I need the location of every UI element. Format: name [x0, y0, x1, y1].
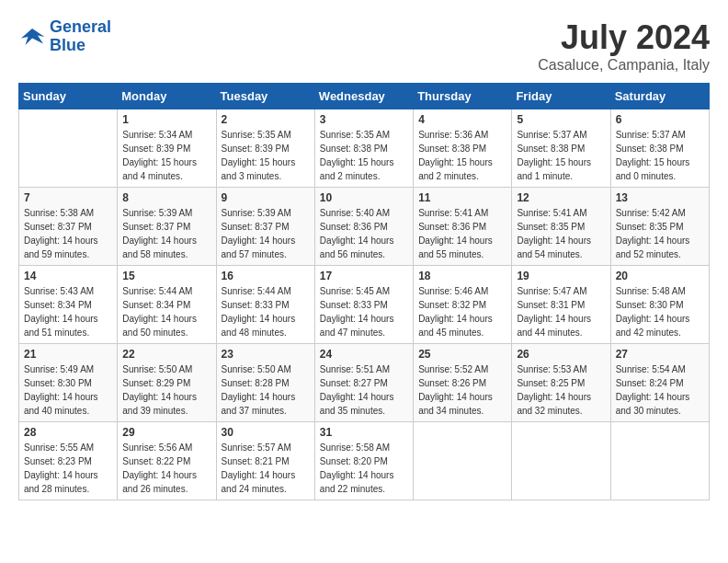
calendar-cell: 9Sunrise: 5:39 AMSunset: 8:37 PMDaylight…: [216, 188, 314, 266]
month-year-title: July 2024: [538, 18, 710, 57]
calendar-cell: 18Sunrise: 5:46 AMSunset: 8:32 PMDayligh…: [414, 266, 512, 344]
calendar-cell: 3Sunrise: 5:35 AMSunset: 8:38 PMDaylight…: [314, 109, 413, 188]
day-number: 11: [418, 191, 506, 204]
day-number: 20: [616, 270, 704, 282]
location-label: Casaluce, Campania, Italy: [538, 57, 710, 74]
day-info: Sunrise: 5:45 AMSunset: 8:33 PMDaylight:…: [320, 284, 408, 339]
day-info: Sunrise: 5:56 AMSunset: 8:22 PMDaylight:…: [122, 441, 210, 496]
page-header: General Blue July 2024 Casaluce, Campani…: [18, 18, 710, 74]
day-info: Sunrise: 5:42 AMSunset: 8:35 PMDaylight:…: [616, 206, 704, 261]
day-info: Sunrise: 5:52 AMSunset: 8:26 PMDaylight:…: [418, 362, 506, 418]
calendar-cell: 21Sunrise: 5:49 AMSunset: 8:30 PMDayligh…: [19, 344, 118, 422]
day-number: 16: [222, 270, 310, 282]
day-number: 19: [517, 270, 605, 282]
day-number: 29: [122, 426, 210, 439]
day-info: Sunrise: 5:58 AMSunset: 8:20 PMDaylight:…: [320, 441, 408, 496]
calendar-cell: 15Sunrise: 5:44 AMSunset: 8:34 PMDayligh…: [118, 266, 216, 344]
calendar-cell: 4Sunrise: 5:36 AMSunset: 8:38 PMDaylight…: [414, 109, 512, 188]
calendar-cell: 24Sunrise: 5:51 AMSunset: 8:27 PMDayligh…: [314, 344, 413, 422]
calendar-header: SundayMondayTuesdayWednesdayThursdayFrid…: [19, 84, 710, 109]
day-number: 13: [616, 191, 704, 204]
day-info: Sunrise: 5:39 AMSunset: 8:37 PMDaylight:…: [122, 206, 210, 261]
day-info: Sunrise: 5:35 AMSunset: 8:38 PMDaylight:…: [320, 128, 408, 183]
day-info: Sunrise: 5:37 AMSunset: 8:38 PMDaylight:…: [517, 128, 605, 183]
calendar-cell: 22Sunrise: 5:50 AMSunset: 8:29 PMDayligh…: [118, 344, 216, 422]
day-number: 27: [616, 348, 704, 361]
calendar-cell: 19Sunrise: 5:47 AMSunset: 8:31 PMDayligh…: [512, 266, 610, 344]
calendar-cell: [512, 422, 610, 500]
day-info: Sunrise: 5:38 AMSunset: 8:37 PMDaylight:…: [24, 206, 112, 261]
day-info: Sunrise: 5:54 AMSunset: 8:24 PMDaylight:…: [616, 362, 704, 418]
day-info: Sunrise: 5:50 AMSunset: 8:29 PMDaylight:…: [122, 362, 210, 418]
calendar-cell: 1Sunrise: 5:34 AMSunset: 8:39 PMDaylight…: [118, 109, 216, 188]
day-info: Sunrise: 5:48 AMSunset: 8:30 PMDaylight:…: [616, 284, 704, 339]
calendar-cell: 30Sunrise: 5:57 AMSunset: 8:21 PMDayligh…: [216, 422, 314, 500]
calendar-cell: 29Sunrise: 5:56 AMSunset: 8:22 PMDayligh…: [118, 422, 216, 500]
day-info: Sunrise: 5:36 AMSunset: 8:38 PMDaylight:…: [418, 128, 506, 183]
calendar-cell: 11Sunrise: 5:41 AMSunset: 8:36 PMDayligh…: [414, 188, 512, 266]
calendar-table: SundayMondayTuesdayWednesdayThursdayFrid…: [18, 83, 710, 500]
calendar-week-row: 21Sunrise: 5:49 AMSunset: 8:30 PMDayligh…: [19, 344, 710, 422]
calendar-cell: 17Sunrise: 5:45 AMSunset: 8:33 PMDayligh…: [314, 266, 413, 344]
day-number: 5: [517, 113, 605, 126]
day-info: Sunrise: 5:43 AMSunset: 8:34 PMDaylight:…: [24, 284, 112, 339]
day-number: 30: [222, 426, 310, 439]
logo: General Blue: [18, 18, 111, 55]
calendar-cell: 10Sunrise: 5:40 AMSunset: 8:36 PMDayligh…: [314, 188, 413, 266]
day-number: 6: [616, 113, 704, 126]
day-number: 2: [222, 113, 310, 126]
day-info: Sunrise: 5:37 AMSunset: 8:38 PMDaylight:…: [616, 128, 704, 183]
day-info: Sunrise: 5:55 AMSunset: 8:23 PMDaylight:…: [24, 441, 112, 496]
day-info: Sunrise: 5:39 AMSunset: 8:37 PMDaylight:…: [222, 206, 310, 261]
day-number: 3: [320, 113, 408, 126]
day-info: Sunrise: 5:47 AMSunset: 8:31 PMDaylight:…: [517, 284, 605, 339]
calendar-cell: 6Sunrise: 5:37 AMSunset: 8:38 PMDaylight…: [610, 109, 709, 188]
calendar-cell: 26Sunrise: 5:53 AMSunset: 8:25 PMDayligh…: [512, 344, 610, 422]
weekday-header: Thursday: [414, 84, 512, 109]
day-number: 12: [517, 191, 605, 204]
svg-marker-0: [21, 29, 45, 45]
day-number: 25: [418, 348, 506, 361]
weekday-header: Sunday: [19, 84, 118, 109]
logo-text: General Blue: [50, 18, 111, 55]
calendar-cell: 12Sunrise: 5:41 AMSunset: 8:35 PMDayligh…: [512, 188, 610, 266]
calendar-cell: 13Sunrise: 5:42 AMSunset: 8:35 PMDayligh…: [610, 188, 709, 266]
weekday-header: Monday: [118, 84, 216, 109]
weekday-header: Wednesday: [314, 84, 413, 109]
day-info: Sunrise: 5:41 AMSunset: 8:35 PMDaylight:…: [517, 206, 605, 261]
day-number: 7: [24, 191, 112, 204]
day-info: Sunrise: 5:35 AMSunset: 8:39 PMDaylight:…: [222, 128, 310, 183]
calendar-cell: 14Sunrise: 5:43 AMSunset: 8:34 PMDayligh…: [19, 266, 118, 344]
day-info: Sunrise: 5:53 AMSunset: 8:25 PMDaylight:…: [517, 362, 605, 418]
calendar-cell: 8Sunrise: 5:39 AMSunset: 8:37 PMDaylight…: [118, 188, 216, 266]
calendar-cell: [19, 109, 118, 188]
calendar-cell: 25Sunrise: 5:52 AMSunset: 8:26 PMDayligh…: [414, 344, 512, 422]
day-number: 14: [24, 270, 112, 282]
calendar-cell: 5Sunrise: 5:37 AMSunset: 8:38 PMDaylight…: [512, 109, 610, 188]
day-number: 8: [122, 191, 210, 204]
day-info: Sunrise: 5:51 AMSunset: 8:27 PMDaylight:…: [320, 362, 408, 418]
day-info: Sunrise: 5:44 AMSunset: 8:33 PMDaylight:…: [222, 284, 310, 339]
day-info: Sunrise: 5:49 AMSunset: 8:30 PMDaylight:…: [24, 362, 112, 418]
weekday-header: Friday: [512, 84, 610, 109]
day-number: 18: [418, 270, 506, 282]
calendar-week-row: 1Sunrise: 5:34 AMSunset: 8:39 PMDaylight…: [19, 109, 710, 188]
day-number: 21: [24, 348, 112, 361]
logo-icon: [18, 23, 46, 51]
title-block: July 2024 Casaluce, Campania, Italy: [538, 18, 710, 74]
calendar-body: 1Sunrise: 5:34 AMSunset: 8:39 PMDaylight…: [19, 109, 710, 500]
day-number: 31: [320, 426, 408, 439]
calendar-cell: 28Sunrise: 5:55 AMSunset: 8:23 PMDayligh…: [19, 422, 118, 500]
calendar-cell: [610, 422, 709, 500]
day-number: 15: [122, 270, 210, 282]
day-number: 17: [320, 270, 408, 282]
weekday-header: Tuesday: [216, 84, 314, 109]
day-number: 10: [320, 191, 408, 204]
calendar-week-row: 28Sunrise: 5:55 AMSunset: 8:23 PMDayligh…: [19, 422, 710, 500]
calendar-cell: 27Sunrise: 5:54 AMSunset: 8:24 PMDayligh…: [610, 344, 709, 422]
day-info: Sunrise: 5:40 AMSunset: 8:36 PMDaylight:…: [320, 206, 408, 261]
day-number: 22: [122, 348, 210, 361]
weekday-header: Saturday: [610, 84, 709, 109]
day-number: 26: [517, 348, 605, 361]
day-info: Sunrise: 5:44 AMSunset: 8:34 PMDaylight:…: [122, 284, 210, 339]
